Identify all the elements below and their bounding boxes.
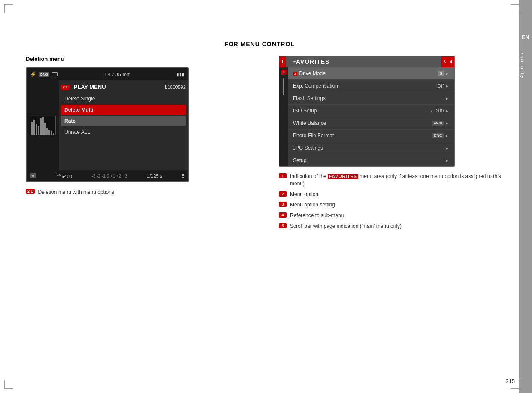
setup-value: ► <box>445 158 449 163</box>
cam-thumbnail <box>27 80 59 170</box>
white-balance-value: AWB ► <box>432 121 449 126</box>
section-title: FOR MENU CONTROL <box>13 41 506 48</box>
setup-arrow: ► <box>445 158 449 163</box>
flash-settings-label: Flash Settings <box>293 95 326 101</box>
drive-s-badge: S <box>438 71 444 76</box>
battery-icon: ▮▮▮ <box>177 72 184 77</box>
ann-badge-5: 5 <box>279 223 287 228</box>
menu-row-white-balance: White Balance AWB ► <box>288 117 454 130</box>
menu-row-exp-comp: Exp. Compensation Off ► <box>288 80 454 92</box>
iso-prefix: ISO <box>429 109 435 113</box>
scrollbar-indicator <box>283 78 284 95</box>
camera-screen-right: 1 FAVORITES 3 4 5 <box>279 56 455 167</box>
menu-items-list: 2 Drive Mode S ► Exp. Compensation Off <box>288 67 454 166</box>
frame-count: 5 <box>182 173 184 178</box>
menu-row-iso-setup: ISO Setup ISO 200 ► <box>288 105 454 117</box>
annotations-right: 1 Indication of the FAVORITES menu area … <box>279 173 502 230</box>
header-badge-1: 1 <box>279 56 286 67</box>
cam-menu-left: 2 1 PLAY MENU L1000592 Delete Single Del… <box>59 80 188 170</box>
sidebar-appendix-label: Appendix <box>519 51 532 78</box>
shutter-speed: 1/125 s <box>147 173 162 178</box>
menu-badge: 2 1 <box>61 85 70 90</box>
exp-comp-value: Off ► <box>438 83 449 88</box>
annotation-item-2: 2 Menu option <box>279 191 502 198</box>
iso-arrow: ► <box>445 109 449 113</box>
main-content: FOR MENU CONTROL Deletion menu ⚡ DNG 1.4… <box>13 0 519 393</box>
jpg-arrow: ► <box>445 146 449 151</box>
jpg-settings-value: ► <box>445 146 449 151</box>
corner-mark-tl <box>4 4 13 13</box>
annotation-item-1: 1 Indication of the FAVORITES menu area … <box>279 173 502 187</box>
menu-row-flash-settings: Flash Settings ► <box>288 92 454 105</box>
right-sidebar: EN Appendix <box>519 0 532 393</box>
right-panel: 1 FAVORITES 3 4 5 <box>279 56 502 233</box>
drive-mode-label: Drive Mode <box>299 70 325 76</box>
jpg-settings-label: JPG Settings <box>293 145 323 151</box>
setup-label: Setup <box>293 157 306 163</box>
menu-header-bar: 1 FAVORITES 3 4 <box>279 56 454 67</box>
menu-item-unrate-all: Unrate ALL <box>61 127 186 137</box>
pff-arrow: ► <box>445 133 449 138</box>
cam-menu-header: 2 1 PLAY MENU L1000592 <box>61 84 186 90</box>
flash-settings-value: ► <box>445 96 449 101</box>
badge-2: 2 <box>293 72 297 76</box>
ann-text-2: Menu option <box>290 191 318 198</box>
exp-comp-label: Exp. Compensation <box>293 83 338 89</box>
exp-comp-arrow: ► <box>445 84 449 88</box>
white-balance-label: White Balance <box>293 120 326 126</box>
exposure-meter: -3 -2 -1 0 +1 +2 +3 <box>91 174 127 178</box>
annotation-badge-left: 2 1 <box>26 189 35 194</box>
cam-bottom-bar-left: A ISO6400 -3 -2 -1 0 +1 +2 +3 1/125 s 5 <box>27 170 188 181</box>
sidebar-en-label: EN <box>522 34 530 40</box>
favorites-highlight: FAVORITES <box>328 174 358 179</box>
ann-badge-2: 2 <box>279 191 287 196</box>
awb-badge: AWB <box>432 121 444 126</box>
annotation-text-left: Deletion menu with menu options <box>38 188 114 196</box>
menu-scrollbar: 5 <box>279 67 288 166</box>
badge-3: 3 <box>441 56 448 67</box>
ann-badge-4: 4 <box>279 212 287 218</box>
dng-badge: DNG <box>39 72 49 77</box>
menu-item-delete-single: Delete Single <box>61 94 186 104</box>
cam-top-bar-left: ⚡ DNG 1.4 / 35 mm ▮▮▮ <box>27 68 188 80</box>
annotation-item-4: 4 Reference to sub-menu <box>279 212 502 219</box>
favorites-title: FAVORITES <box>292 58 329 65</box>
left-panel-title: Deletion menu <box>26 56 249 62</box>
ann-text-5: Scroll bar with page indication ('main' … <box>290 223 402 230</box>
cam-histogram <box>30 116 56 135</box>
ann-text-3: Menu option setting <box>290 201 335 209</box>
wb-arrow: ► <box>445 121 449 126</box>
photo-file-format-label: Photo File Format <box>293 133 334 139</box>
annotation-left: 2 1 Deletion menu with menu options <box>26 188 249 196</box>
frame-icon <box>52 72 58 76</box>
ann-badge-1: 1 <box>279 173 287 178</box>
annotation-item-3: 3 Menu option setting <box>279 201 502 209</box>
scrollbar-track <box>279 67 288 166</box>
flash-settings-arrow: ► <box>445 96 449 101</box>
mode-badge: A <box>30 173 36 178</box>
cam-body-left: 2 1 PLAY MENU L1000592 Delete Single Del… <box>27 80 188 170</box>
camera-screen-left: ⚡ DNG 1.4 / 35 mm ▮▮▮ <box>26 67 189 182</box>
badge-4: 4 <box>448 56 454 67</box>
menu-item-rate: Rate <box>61 116 186 126</box>
menu-row-photo-file-format: Photo File Format DNG ► <box>288 130 454 142</box>
iso-setup-label: ISO Setup <box>293 108 317 114</box>
dng-badge-menu: DNG <box>432 133 444 138</box>
focal-length: 1.4 / 35 mm <box>104 72 131 77</box>
iso-setup-value: ISO 200 ► <box>429 108 449 113</box>
cam-top-icons: ⚡ DNG <box>30 71 58 77</box>
corner-mark-bl <box>4 380 13 389</box>
file-id: L1000592 <box>165 85 186 90</box>
menu-row-drive-mode: 2 Drive Mode S ► <box>288 67 454 80</box>
drive-mode-value: S ► <box>438 71 449 76</box>
menu-row-jpg-settings: JPG Settings ► <box>288 142 454 154</box>
photo-file-format-value: DNG ► <box>432 133 449 138</box>
menu-row-setup: Setup ► <box>288 154 454 166</box>
exp-comp-text: Off <box>438 83 444 88</box>
lightning-icon: ⚡ <box>30 71 36 77</box>
ann-text-1: Indication of the FAVORITES menu area (o… <box>290 173 502 187</box>
header-right-badges: 3 4 <box>441 56 454 67</box>
iso-number: 200 <box>436 108 444 113</box>
menu-content: 5 2 Drive Mode S ► <box>279 67 454 166</box>
iso-display: ISO6400 <box>56 173 72 179</box>
